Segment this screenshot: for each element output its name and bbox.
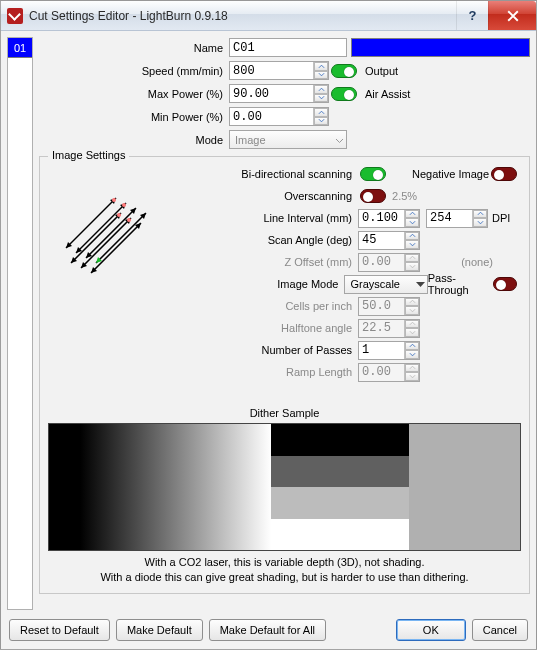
passes-label: Number of Passes: [190, 344, 358, 356]
halftone-spinner: [404, 320, 419, 337]
window-buttons: ?: [456, 1, 536, 30]
help-button[interactable]: ?: [456, 1, 488, 30]
negative-toggle[interactable]: [491, 167, 517, 181]
output-label: Output: [365, 65, 398, 77]
bidi-toggle[interactable]: [360, 167, 386, 181]
close-button[interactable]: [488, 1, 536, 30]
lineinterval-spinner[interactable]: [404, 210, 419, 227]
negative-label: Negative Image: [412, 168, 489, 180]
titlebar: Cut Settings Editor - LightBurn 0.9.18 ?: [1, 1, 536, 31]
cells-spinner: [404, 298, 419, 315]
layer-sidebar: 01: [7, 37, 33, 610]
window-title: Cut Settings Editor - LightBurn 0.9.18: [29, 9, 456, 23]
make-default-all-button[interactable]: Make Default for All: [209, 619, 326, 641]
dither-note: With a CO2 laser, this is variable depth…: [46, 555, 523, 585]
overscan-value: 2.5%: [392, 190, 417, 202]
make-default-button[interactable]: Make Default: [116, 619, 203, 641]
airassist-label: Air Assist: [365, 88, 410, 100]
mode-label: Mode: [39, 134, 229, 146]
zoffset-spinner: [404, 254, 419, 271]
zoffset-label: Z Offset (mm): [190, 256, 358, 268]
scan-diagram: [46, 163, 186, 283]
imagemode-label: Image Mode: [190, 278, 344, 290]
dialog-body: 01 Name Speed (mm/min) Output: [1, 31, 536, 614]
dither-gradient: [49, 424, 271, 550]
ramp-label: Ramp Length: [190, 366, 358, 378]
scanangle-label: Scan Angle (deg): [190, 234, 358, 246]
layer-color-bar[interactable]: [351, 38, 530, 57]
passthrough-label: Pass-Through: [428, 272, 491, 296]
reset-default-button[interactable]: Reset to Default: [9, 619, 110, 641]
svg-point-16: [112, 198, 116, 202]
close-icon: [507, 10, 519, 22]
dither-bands: [271, 424, 410, 550]
output-toggle[interactable]: [331, 64, 357, 78]
passthrough-toggle[interactable]: [493, 277, 517, 291]
dpi-spinner[interactable]: [472, 210, 487, 227]
halftone-label: Halftone angle: [190, 322, 358, 334]
svg-point-17: [122, 203, 126, 207]
bidi-label: Bi-directional scanning: [190, 168, 358, 180]
airassist-toggle[interactable]: [331, 87, 357, 101]
name-input[interactable]: [229, 38, 347, 57]
zoffset-none: (none): [461, 256, 493, 268]
svg-point-15: [127, 218, 131, 222]
speed-spinner[interactable]: [313, 62, 328, 79]
dialog-window: Cut Settings Editor - LightBurn 0.9.18 ?…: [0, 0, 537, 650]
app-icon: [7, 8, 23, 24]
maxpower-spinner[interactable]: [313, 85, 328, 102]
chevron-down-icon: [416, 278, 425, 290]
imagemode-combo[interactable]: Grayscale: [344, 275, 427, 294]
dpi-unit: DPI: [492, 212, 510, 224]
cells-label: Cells per inch: [190, 300, 358, 312]
minpower-spinner[interactable]: [313, 108, 328, 125]
overscan-label: Overscanning: [190, 190, 358, 202]
ramp-spinner: [404, 364, 419, 381]
image-settings-legend: Image Settings: [48, 149, 129, 161]
lineinterval-label: Line Interval (mm): [190, 212, 358, 224]
chevron-down-icon: [335, 134, 344, 146]
speed-label: Speed (mm/min): [39, 65, 229, 77]
button-bar: Reset to Default Make Default Make Defau…: [1, 614, 536, 649]
maxpower-label: Max Power (%): [39, 88, 229, 100]
dither-grey: [409, 424, 520, 550]
dither-sample: [48, 423, 521, 551]
main-column: Name Speed (mm/min) Output Max Power (%): [39, 37, 530, 610]
name-label: Name: [39, 42, 229, 54]
passes-spinner[interactable]: [404, 342, 419, 359]
scanangle-spinner[interactable]: [404, 232, 419, 249]
cancel-button[interactable]: Cancel: [472, 619, 528, 641]
dither-title: Dither Sample: [46, 407, 523, 419]
minpower-label: Min Power (%): [39, 111, 229, 123]
svg-point-14: [117, 213, 121, 217]
image-settings-group: Image Settings: [39, 156, 530, 594]
overscan-toggle[interactable]: [360, 189, 386, 203]
ok-button[interactable]: OK: [396, 619, 466, 641]
layer-swatch-01[interactable]: 01: [8, 38, 32, 58]
mode-combo: Image: [229, 130, 347, 149]
